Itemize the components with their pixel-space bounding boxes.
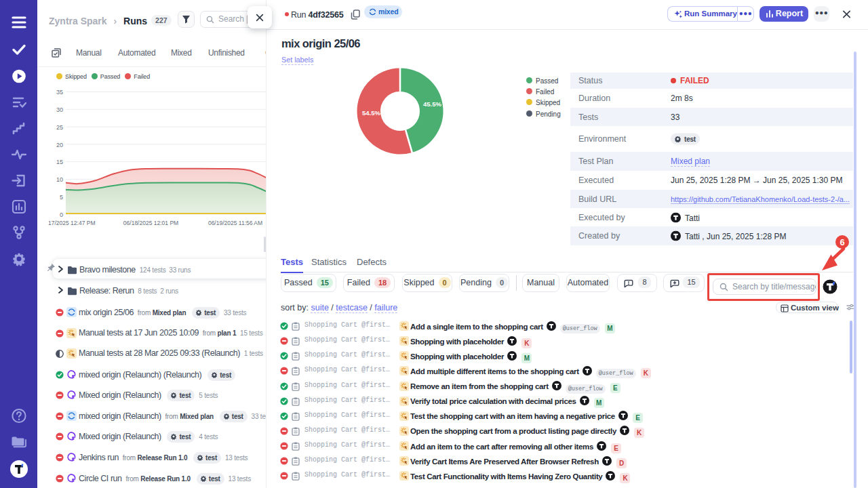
svg-text:54.5%: 54.5%	[362, 109, 380, 117]
svg-text:20: 20	[56, 142, 63, 148]
svg-text:10: 10	[56, 176, 63, 183]
svg-text:35: 35	[56, 89, 63, 96]
svg-text:45.5%: 45.5%	[423, 100, 441, 108]
svg-text:5: 5	[60, 194, 63, 201]
svg-text:17/2025 12:47 PM: 17/2025 12:47 PM	[48, 220, 95, 226]
svg-text:30: 30	[56, 106, 63, 113]
svg-text:06/18/2025 12:01 PM: 06/18/2025 12:01 PM	[123, 220, 178, 226]
svg-text:0: 0	[60, 211, 63, 218]
svg-text:06/19/2025 11:56 AM: 06/19/2025 11:56 AM	[208, 220, 262, 226]
svg-text:15: 15	[56, 159, 63, 165]
svg-text:25: 25	[56, 124, 63, 131]
svg-text:6: 6	[840, 237, 844, 247]
